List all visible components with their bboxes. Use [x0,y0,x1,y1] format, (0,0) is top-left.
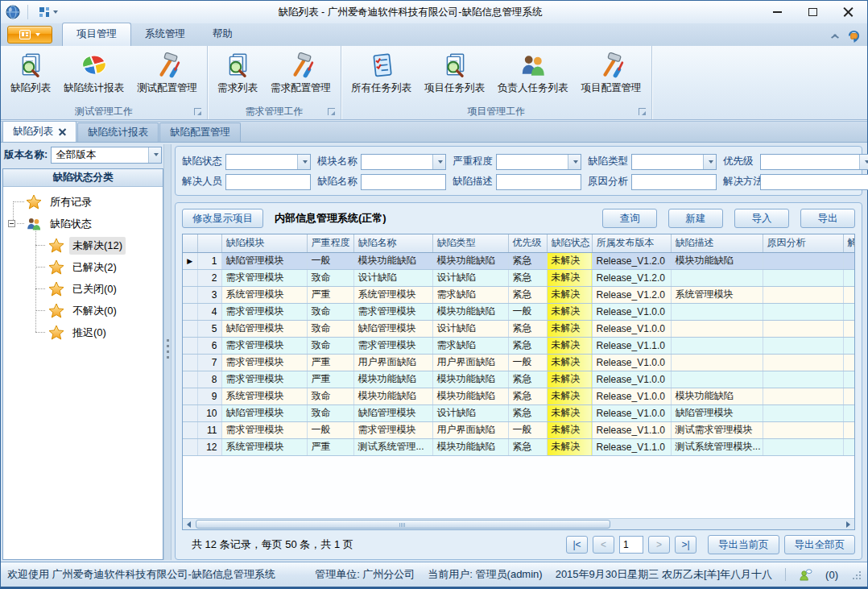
column-header[interactable]: 缺陷类型 [432,234,508,252]
column-header[interactable]: 优先级 [508,234,547,252]
resolver-input[interactable] [225,174,311,190]
scrollbar-track[interactable] [195,519,842,529]
scroll-left-button[interactable] [183,519,195,529]
dropdown-button[interactable] [432,155,445,169]
export-current-page-button[interactable]: 导出当前页 [708,535,779,554]
defect-name-input[interactable] [361,174,446,190]
tree-item-closed[interactable]: 已关闭(0) [3,278,163,300]
resize-grip-icon[interactable] [851,570,861,579]
column-header[interactable]: 严重程度 [307,234,353,252]
table-row[interactable]: 3系统管理模块严重系统管理模块需求缺陷紧急未解决Release_V1.2.0系统… [183,286,854,303]
tree-item-defect-status[interactable]: 缺陷状态 [3,213,163,234]
first-page-button[interactable]: |< [566,536,588,554]
column-header[interactable]: 原因分析 [763,234,843,252]
ribbon-tab-project[interactable]: 项目管理 [62,23,131,46]
table-row[interactable]: 10缺陷管理模块致命缺陷管理模块设计缺陷紧急未解决Release_V1.0.0缺… [183,404,854,421]
help-icon[interactable] [847,29,861,43]
export-button[interactable]: 导出 [800,209,855,228]
defect-report-button[interactable]: 缺陷统计报表 [57,48,130,97]
column-header[interactable]: 所属发布版本 [592,234,671,252]
defect-status-select[interactable] [225,154,311,170]
test-config-button[interactable]: 测试配置管理 [130,48,204,97]
last-page-button[interactable]: >| [675,536,696,554]
tree-item-resolved[interactable]: 已解决(2) [3,256,163,278]
table-row[interactable]: 9系统管理模块致命模块功能缺陷模块功能缺陷紧急未解决Release_V1.0.0… [183,388,854,404]
table-row[interactable]: ▶1缺陷管理模块一般模块功能缺陷模块功能缺陷紧急未解决Release_V1.2.… [183,252,854,269]
export-all-pages-button[interactable]: 导出全部页 [784,535,856,554]
table-row[interactable]: 2需求管理模块致命设计缺陷设计缺陷紧急未解决Release_V1.2.0 [183,269,854,286]
defect-list-button[interactable]: 缺陷列表 [4,48,57,97]
table-row[interactable]: 5缺陷管理模块致命缺陷管理模块设计缺陷紧急未解决Release_V1.0.0 [183,320,854,337]
doc-tab-defect-config[interactable]: 缺陷配置管理 [159,122,241,142]
tree-item-wontfix[interactable]: 不解决(0) [3,300,163,321]
minimize-button[interactable] [759,2,795,23]
table-row[interactable]: 7需求管理模块严重用户界面缺陷用户界面缺陷一般未解决Release_V1.0.0 [183,354,854,371]
column-header[interactable]: 缺陷描述 [671,234,763,252]
dropdown-button[interactable] [703,155,716,169]
prev-page-button[interactable]: < [593,536,614,554]
doc-tab-defect-list[interactable]: 缺陷列表 [2,121,76,142]
column-header[interactable]: 缺陷状态 [547,234,592,252]
version-dropdown[interactable]: 全部版本 [51,147,162,164]
project-tasks-button[interactable]: 项目任务列表 [418,48,491,97]
table-row[interactable]: 11需求管理模块一般需求管理模块用户界面缺陷一般未解决Release_V1.1.… [183,421,854,438]
scrollbar-thumb[interactable] [196,520,610,529]
requirement-config-button[interactable]: 需求配置管理 [264,48,337,97]
table-row[interactable]: 12系统管理模块严重测试系统管理...模块功能缺陷紧急未解决Release_V1… [183,438,854,455]
ribbon-tab-system[interactable]: 系统管理 [131,23,199,46]
horizontal-scrollbar[interactable] [183,518,854,529]
collapse-ribbon-icon[interactable] [831,34,839,39]
tree-item-unresolved[interactable]: 未解决(12) [3,234,163,256]
import-button[interactable]: 导入 [734,209,789,228]
next-page-button[interactable]: > [648,536,670,554]
new-button[interactable]: 新建 [668,209,723,228]
panel-splitter[interactable] [163,144,172,560]
row-number: 11 [197,421,221,438]
defect-type-select[interactable] [631,154,717,170]
project-config-button[interactable]: 项目配置管理 [575,48,648,97]
dialog-launcher-icon[interactable] [328,108,335,115]
org-text: 管理单位: 广州分公司 [315,567,415,582]
table-row[interactable]: 8需求管理模块严重模块功能缺陷模块功能缺陷紧急未解决Release_V1.0.0 [183,371,854,388]
tree-item-all-records[interactable]: 所有记录 [3,191,163,213]
dropdown-button[interactable] [148,147,161,163]
column-header[interactable]: 解决 [843,234,854,252]
table-cell: 需求管理模块 [221,337,307,354]
doc-tab-defect-report[interactable]: 缺陷统计报表 [77,122,159,142]
requirement-list-button[interactable]: 需求列表 [211,48,264,97]
module-name-select[interactable] [361,154,446,170]
table-cell: 需求管理模块 [221,421,307,438]
application-menu-button[interactable] [7,26,52,44]
cause-analysis-input[interactable] [631,174,717,190]
tree-collapse-icon[interactable] [8,220,15,227]
quick-access-toolbar-button[interactable] [35,5,61,19]
table-row[interactable]: 4需求管理模块致命需求管理模块模块功能缺陷一般未解决Release_V1.0.0 [183,303,854,320]
close-button[interactable] [830,2,866,23]
dialog-launcher-icon[interactable] [639,108,646,115]
dropdown-button[interactable] [297,155,310,169]
search-button[interactable]: 查询 [602,209,657,228]
filter-label: 缺陷名称 [317,175,361,189]
all-tasks-button[interactable]: 所有任务列表 [345,48,418,97]
table-cell: 设计缺陷 [432,404,508,421]
column-header[interactable]: 缺陷模块 [221,234,307,252]
ribbon-tab-help[interactable]: 帮助 [199,23,246,46]
severity-select[interactable] [496,154,581,170]
owner-tasks-button[interactable]: 负责人任务列表 [491,48,575,97]
online-user-icon[interactable] [799,568,812,582]
column-header[interactable]: 缺陷名称 [353,234,432,252]
defect-desc-input[interactable] [496,174,581,190]
solution-input[interactable] [760,174,868,190]
tree-item-postponed[interactable]: 推迟(0) [3,321,163,343]
table-row[interactable]: 6需求管理模块致命需求管理模块需求缺陷紧急未解决Release_V1.1.0 [183,337,854,354]
dialog-launcher-icon[interactable] [194,108,201,115]
maximize-button[interactable] [795,2,830,23]
scroll-right-button[interactable] [842,519,854,529]
dropdown-button[interactable] [859,155,868,169]
priority-select[interactable] [760,154,868,170]
dropdown-button[interactable] [568,155,581,169]
tab-close-icon[interactable] [59,128,66,135]
page-number-input[interactable] [619,536,643,554]
modify-columns-button[interactable]: 修改显示项目 [182,209,263,228]
table-cell: 需求缺陷 [432,286,508,303]
